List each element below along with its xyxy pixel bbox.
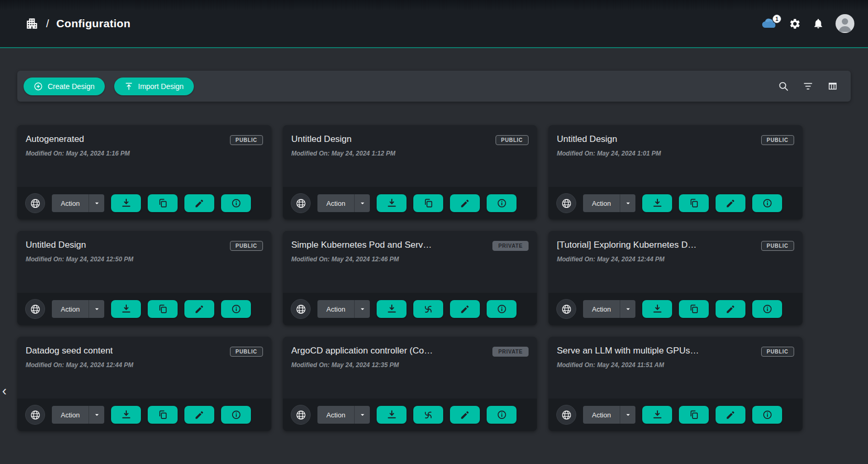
- action-button[interactable]: Action: [317, 406, 354, 424]
- info-button[interactable]: [487, 300, 517, 318]
- visibility-badge: PUBLIC: [761, 241, 794, 251]
- action-button[interactable]: Action: [52, 406, 89, 424]
- action-button[interactable]: Action: [317, 300, 354, 318]
- user-menu-button[interactable]: [836, 14, 854, 33]
- caret-down-icon: [93, 411, 101, 419]
- card-body: ArgoCD application controller (Co… PRIVA…: [283, 337, 537, 399]
- action-dropdown-button[interactable]: [354, 194, 370, 212]
- edit-button[interactable]: [716, 406, 745, 424]
- caret-down-icon: [358, 305, 367, 313]
- filter-button[interactable]: [803, 81, 814, 92]
- info-button[interactable]: [221, 194, 251, 212]
- download-button[interactable]: [111, 300, 141, 318]
- visibility-globe-button[interactable]: [556, 299, 576, 319]
- globe-icon: [295, 198, 306, 209]
- action-dropdown-button[interactable]: [89, 194, 104, 212]
- edit-button[interactable]: [450, 406, 480, 424]
- design-title: Datadog seed content: [26, 346, 113, 356]
- edit-button[interactable]: [716, 194, 745, 212]
- edit-button[interactable]: [184, 194, 214, 212]
- download-icon: [652, 410, 663, 420]
- design-title: Untitled Design: [557, 134, 617, 145]
- copy-design-button[interactable]: [148, 300, 178, 318]
- create-design-button[interactable]: Create Design: [24, 78, 105, 95]
- action-button[interactable]: Action: [52, 194, 89, 212]
- visibility-badge: PUBLIC: [230, 347, 263, 357]
- action-button[interactable]: Action: [583, 194, 620, 212]
- building-icon[interactable]: [25, 17, 39, 30]
- info-button[interactable]: [752, 300, 782, 318]
- visibility-badge: PUBLIC: [761, 135, 794, 145]
- download-button[interactable]: [377, 300, 406, 318]
- globe-icon: [561, 304, 572, 315]
- action-split-button: Action: [52, 194, 104, 212]
- copy-design-button[interactable]: [148, 194, 178, 212]
- pencil-icon: [726, 304, 735, 314]
- info-button[interactable]: [487, 194, 517, 212]
- visibility-globe-button[interactable]: [291, 405, 311, 425]
- download-button[interactable]: [377, 194, 406, 212]
- edit-button[interactable]: [184, 300, 214, 318]
- notifications-button[interactable]: [812, 18, 824, 29]
- visibility-globe-button[interactable]: [556, 405, 576, 425]
- edit-button[interactable]: [450, 194, 480, 212]
- action-button[interactable]: Action: [583, 300, 620, 318]
- action-dropdown-button[interactable]: [620, 194, 635, 212]
- info-button[interactable]: [487, 406, 517, 424]
- copy-design-button[interactable]: [679, 406, 709, 424]
- import-design-button[interactable]: Import Design: [114, 78, 194, 95]
- edit-button[interactable]: [450, 300, 480, 318]
- download-icon: [387, 410, 397, 420]
- action-split-button: Action: [317, 194, 370, 212]
- swirl-button[interactable]: [413, 406, 443, 424]
- modified-date: Modified On: May 24, 2024 11:51 AM: [557, 361, 794, 369]
- info-button[interactable]: [752, 406, 782, 424]
- swirl-button[interactable]: [413, 300, 443, 318]
- action-button[interactable]: Action: [317, 194, 354, 212]
- visibility-globe-button[interactable]: [291, 193, 311, 213]
- action-dropdown-button[interactable]: [620, 406, 635, 424]
- action-dropdown-button[interactable]: [620, 300, 635, 318]
- info-button[interactable]: [221, 300, 251, 318]
- copy-design-button[interactable]: [413, 194, 443, 212]
- action-split-button: Action: [317, 300, 370, 318]
- download-button[interactable]: [111, 406, 141, 424]
- design-title: [Tutorial] Exploring Kubernetes D…: [557, 240, 697, 250]
- action-button[interactable]: Action: [52, 300, 89, 318]
- edit-button[interactable]: [716, 300, 745, 318]
- visibility-globe-button[interactable]: [25, 193, 45, 213]
- download-button[interactable]: [642, 300, 672, 318]
- provider-cloud-button[interactable]: 1: [761, 17, 777, 30]
- copy-design-button[interactable]: [148, 406, 178, 424]
- sidebar-collapse-button[interactable]: ‹: [0, 383, 9, 399]
- toolbar-right: [778, 81, 838, 92]
- info-icon: [231, 410, 241, 420]
- visibility-globe-button[interactable]: [556, 193, 576, 213]
- info-button[interactable]: [752, 194, 782, 212]
- action-dropdown-button[interactable]: [354, 300, 370, 318]
- download-button[interactable]: [642, 194, 672, 212]
- search-icon: [778, 81, 789, 92]
- visibility-globe-button[interactable]: [25, 405, 45, 425]
- info-button[interactable]: [221, 406, 251, 424]
- download-button[interactable]: [377, 406, 406, 424]
- visibility-globe-button[interactable]: [25, 299, 45, 319]
- download-button[interactable]: [642, 406, 672, 424]
- download-button[interactable]: [111, 194, 141, 212]
- table-view-button[interactable]: [827, 81, 838, 92]
- search-button[interactable]: [778, 81, 789, 92]
- action-dropdown-button[interactable]: [354, 406, 370, 424]
- action-button[interactable]: Action: [583, 406, 620, 424]
- action-dropdown-button[interactable]: [89, 406, 104, 424]
- edit-button[interactable]: [184, 406, 214, 424]
- design-card: Untitled Design PUBLIC Modified On: May …: [17, 231, 271, 325]
- action-dropdown-button[interactable]: [89, 300, 104, 318]
- pencil-icon: [726, 198, 735, 208]
- download-icon: [121, 304, 131, 314]
- copy-design-button[interactable]: [679, 300, 709, 318]
- design-card: Untitled Design PUBLIC Modified On: May …: [283, 125, 537, 219]
- visibility-globe-button[interactable]: [291, 299, 311, 319]
- settings-button[interactable]: [789, 18, 801, 30]
- copy-design-button[interactable]: [679, 194, 709, 212]
- card-actions: Action: [283, 399, 537, 431]
